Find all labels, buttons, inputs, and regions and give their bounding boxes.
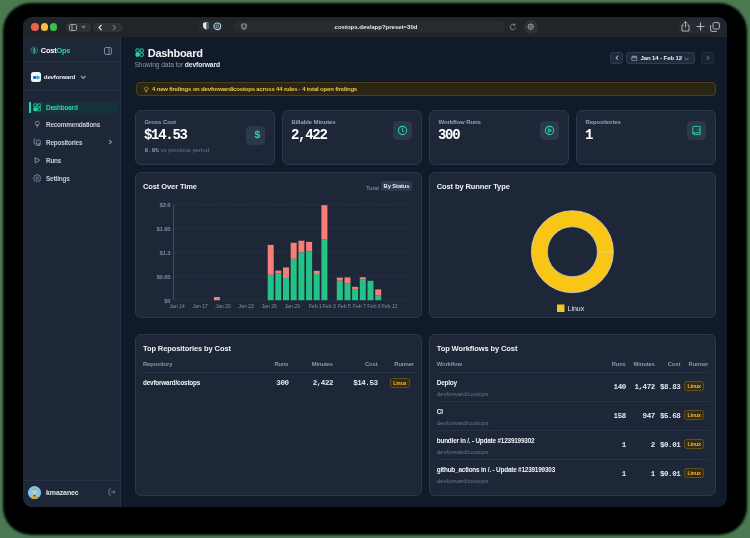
svg-text:$1.95: $1.95 <box>156 226 171 232</box>
svg-text:$0.65: $0.65 <box>156 273 171 279</box>
svg-text:Jan 23: Jan 23 <box>238 303 253 309</box>
svg-text:Feb 9: Feb 9 <box>367 303 380 309</box>
svg-text:Linux: Linux <box>567 305 584 312</box>
svg-text:Feb 12: Feb 12 <box>382 303 398 309</box>
svg-text:Jan 26: Jan 26 <box>262 303 277 309</box>
svg-text:Feb 1: Feb 1 <box>309 303 322 309</box>
svg-text:$1.3: $1.3 <box>160 249 172 255</box>
svg-text:Jan 20: Jan 20 <box>215 303 230 309</box>
svg-text:Jan 29: Jan 29 <box>285 303 300 309</box>
svg-text:Jan 14: Jan 14 <box>169 303 184 309</box>
svg-text:Feb 3: Feb 3 <box>322 303 335 309</box>
svg-text:Jan 17: Jan 17 <box>192 303 207 309</box>
svg-text:$2.6: $2.6 <box>160 202 172 208</box>
svg-text:Feb 5: Feb 5 <box>338 303 351 309</box>
svg-text:Feb 7: Feb 7 <box>353 303 366 309</box>
